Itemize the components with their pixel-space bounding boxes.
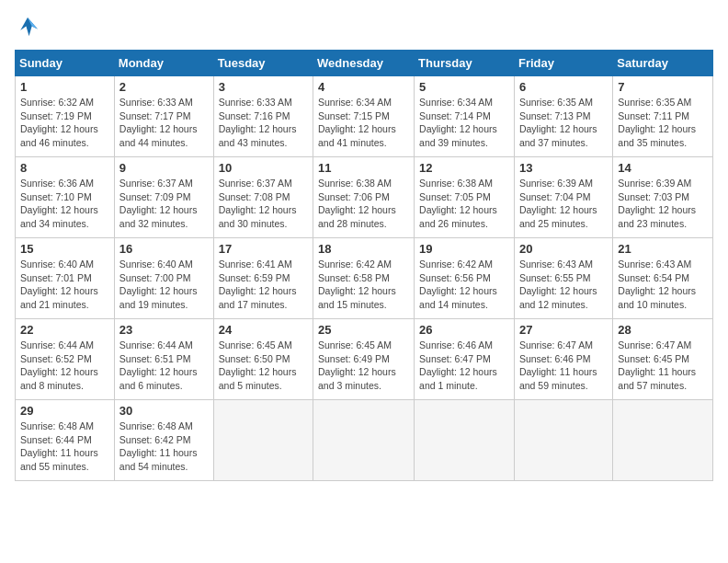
day-number: 6 [519,80,608,94]
calendar-cell: 2Sunrise: 6:33 AMSunset: 7:17 PMDaylight… [114,76,213,157]
day-info: Sunrise: 6:37 AMSunset: 7:08 PMDaylight:… [219,177,308,231]
day-info: Sunrise: 6:47 AMSunset: 6:45 PMDaylight:… [618,339,708,393]
day-number: 26 [419,323,509,337]
calendar-cell: 17Sunrise: 6:41 AMSunset: 6:59 PMDayligh… [213,238,313,319]
calendar-cell: 18Sunrise: 6:42 AMSunset: 6:58 PMDayligh… [313,238,415,319]
day-info: Sunrise: 6:42 AMSunset: 6:58 PMDaylight:… [318,258,409,312]
day-info: Sunrise: 6:35 AMSunset: 7:13 PMDaylight:… [519,96,608,150]
day-number: 5 [419,80,509,94]
page-header [15,15,713,40]
day-info: Sunrise: 6:38 AMSunset: 7:06 PMDaylight:… [318,177,409,231]
day-info: Sunrise: 6:33 AMSunset: 7:16 PMDaylight:… [219,96,308,150]
day-number: 14 [618,161,708,175]
calendar-cell: 23Sunrise: 6:44 AMSunset: 6:51 PMDayligh… [114,319,213,400]
calendar-cell: 5Sunrise: 6:34 AMSunset: 7:14 PMDaylight… [415,76,515,157]
day-number: 27 [519,323,608,337]
day-info: Sunrise: 6:43 AMSunset: 6:54 PMDaylight:… [618,258,708,312]
day-info: Sunrise: 6:39 AMSunset: 7:03 PMDaylight:… [618,177,708,231]
day-number: 28 [618,323,708,337]
calendar-cell: 30Sunrise: 6:48 AMSunset: 6:42 PMDayligh… [114,400,213,481]
day-number: 21 [618,242,708,256]
day-info: Sunrise: 6:39 AMSunset: 7:04 PMDaylight:… [519,177,608,231]
day-number: 19 [419,242,509,256]
week-row-2: 8Sunrise: 6:36 AMSunset: 7:10 PMDaylight… [16,157,713,238]
day-number: 8 [20,161,109,175]
day-number: 22 [20,323,109,337]
calendar-cell: 1Sunrise: 6:32 AMSunset: 7:19 PMDaylight… [16,76,115,157]
day-number: 23 [119,323,209,337]
day-number: 15 [20,242,109,256]
calendar-cell [415,400,515,481]
calendar-cell: 8Sunrise: 6:36 AMSunset: 7:10 PMDaylight… [16,157,115,238]
day-number: 10 [219,161,308,175]
calendar-table: SundayMondayTuesdayWednesdayThursdayFrid… [15,50,713,481]
day-number: 18 [318,242,409,256]
day-info: Sunrise: 6:45 AMSunset: 6:49 PMDaylight:… [318,339,409,393]
day-info: Sunrise: 6:35 AMSunset: 7:11 PMDaylight:… [618,96,708,150]
day-number: 3 [219,80,308,94]
day-number: 29 [20,404,109,418]
day-info: Sunrise: 6:33 AMSunset: 7:17 PMDaylight:… [119,96,209,150]
day-number: 25 [318,323,409,337]
day-info: Sunrise: 6:32 AMSunset: 7:19 PMDaylight:… [20,96,109,150]
day-number: 4 [318,80,409,94]
calendar-cell: 16Sunrise: 6:40 AMSunset: 7:00 PMDayligh… [114,238,213,319]
col-header-wednesday: Wednesday [313,51,415,76]
col-header-sunday: Sunday [16,51,115,76]
day-info: Sunrise: 6:45 AMSunset: 6:50 PMDaylight:… [219,339,308,393]
calendar-cell [514,400,612,481]
day-info: Sunrise: 6:34 AMSunset: 7:15 PMDaylight:… [318,96,409,150]
calendar-header-row: SundayMondayTuesdayWednesdayThursdayFrid… [16,51,713,76]
col-header-friday: Friday [514,51,612,76]
day-info: Sunrise: 6:48 AMSunset: 6:44 PMDaylight:… [20,419,109,474]
calendar-cell: 29Sunrise: 6:48 AMSunset: 6:44 PMDayligh… [16,400,115,481]
calendar-cell: 6Sunrise: 6:35 AMSunset: 7:13 PMDaylight… [514,76,612,157]
day-number: 17 [219,242,308,256]
day-number: 13 [519,161,608,175]
calendar-cell: 28Sunrise: 6:47 AMSunset: 6:45 PMDayligh… [613,319,713,400]
calendar-cell: 7Sunrise: 6:35 AMSunset: 7:11 PMDaylight… [613,76,713,157]
calendar-cell: 4Sunrise: 6:34 AMSunset: 7:15 PMDaylight… [313,76,415,157]
day-number: 9 [119,161,209,175]
calendar-cell: 15Sunrise: 6:40 AMSunset: 7:01 PMDayligh… [16,238,115,319]
calendar-cell: 20Sunrise: 6:43 AMSunset: 6:55 PMDayligh… [514,238,612,319]
day-number: 2 [119,80,209,94]
day-number: 30 [119,404,209,418]
day-info: Sunrise: 6:46 AMSunset: 6:47 PMDaylight:… [419,339,509,393]
calendar-cell: 26Sunrise: 6:46 AMSunset: 6:47 PMDayligh… [415,319,515,400]
calendar-cell: 14Sunrise: 6:39 AMSunset: 7:03 PMDayligh… [613,157,713,238]
calendar-cell [613,400,713,481]
day-number: 20 [519,242,608,256]
calendar-cell: 11Sunrise: 6:38 AMSunset: 7:06 PMDayligh… [313,157,415,238]
calendar-cell: 24Sunrise: 6:45 AMSunset: 6:50 PMDayligh… [213,319,313,400]
day-number: 7 [618,80,708,94]
col-header-thursday: Thursday [415,51,515,76]
logo-icon [15,15,40,40]
calendar-cell [213,400,313,481]
col-header-monday: Monday [114,51,213,76]
day-info: Sunrise: 6:36 AMSunset: 7:10 PMDaylight:… [20,177,109,231]
day-info: Sunrise: 6:44 AMSunset: 6:52 PMDaylight:… [20,339,109,393]
calendar-cell: 13Sunrise: 6:39 AMSunset: 7:04 PMDayligh… [514,157,612,238]
calendar-cell: 12Sunrise: 6:38 AMSunset: 7:05 PMDayligh… [415,157,515,238]
day-info: Sunrise: 6:48 AMSunset: 6:42 PMDaylight:… [119,419,209,474]
col-header-tuesday: Tuesday [213,51,313,76]
calendar-cell [313,400,415,481]
day-info: Sunrise: 6:40 AMSunset: 7:01 PMDaylight:… [20,258,109,312]
day-number: 1 [20,80,109,94]
logo [15,15,44,40]
day-number: 12 [419,161,509,175]
col-header-saturday: Saturday [613,51,713,76]
day-info: Sunrise: 6:44 AMSunset: 6:51 PMDaylight:… [119,339,209,393]
calendar-cell: 21Sunrise: 6:43 AMSunset: 6:54 PMDayligh… [613,238,713,319]
day-info: Sunrise: 6:37 AMSunset: 7:09 PMDaylight:… [119,177,209,231]
day-number: 24 [219,323,308,337]
calendar-cell: 10Sunrise: 6:37 AMSunset: 7:08 PMDayligh… [213,157,313,238]
calendar-cell: 3Sunrise: 6:33 AMSunset: 7:16 PMDaylight… [213,76,313,157]
day-number: 11 [318,161,409,175]
day-info: Sunrise: 6:43 AMSunset: 6:55 PMDaylight:… [519,258,608,312]
day-info: Sunrise: 6:41 AMSunset: 6:59 PMDaylight:… [219,258,308,312]
calendar-cell: 9Sunrise: 6:37 AMSunset: 7:09 PMDaylight… [114,157,213,238]
day-info: Sunrise: 6:47 AMSunset: 6:46 PMDaylight:… [519,339,608,393]
day-info: Sunrise: 6:38 AMSunset: 7:05 PMDaylight:… [419,177,509,231]
